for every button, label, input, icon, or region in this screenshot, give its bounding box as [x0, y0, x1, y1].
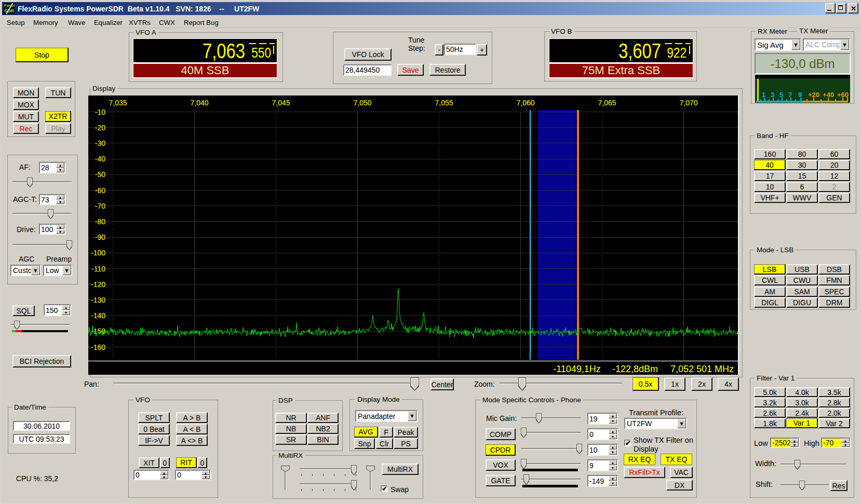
svg-text:-40: -40: [95, 155, 105, 163]
svg-text:7,070: 7,070: [679, 99, 697, 107]
svg-text:-110: -110: [91, 265, 105, 273]
svg-text:7,045: 7,045: [272, 99, 290, 107]
svg-text:7,035: 7,035: [109, 99, 127, 107]
svg-text:-70: -70: [95, 202, 105, 210]
svg-text:-10: -10: [95, 108, 105, 116]
svg-text:-160: -160: [91, 343, 105, 351]
svg-text:-140: -140: [91, 311, 105, 320]
svg-text:-30: -30: [95, 139, 105, 147]
svg-text:7,060: 7,060: [516, 99, 534, 107]
svg-text:7,065: 7,065: [598, 99, 616, 107]
svg-text:7,040: 7,040: [190, 99, 208, 107]
svg-text:-20: -20: [95, 124, 105, 132]
svg-text:-130: -130: [91, 296, 105, 304]
svg-text:-100: -100: [91, 249, 105, 257]
svg-text:7,050: 7,050: [353, 99, 371, 107]
svg-text:-80: -80: [95, 217, 105, 226]
svg-text:-120: -120: [91, 280, 105, 289]
svg-text:-50: -50: [95, 170, 105, 179]
svg-text:-90: -90: [95, 233, 105, 241]
svg-text:7,055: 7,055: [435, 99, 453, 107]
svg-text:-60: -60: [95, 186, 105, 195]
